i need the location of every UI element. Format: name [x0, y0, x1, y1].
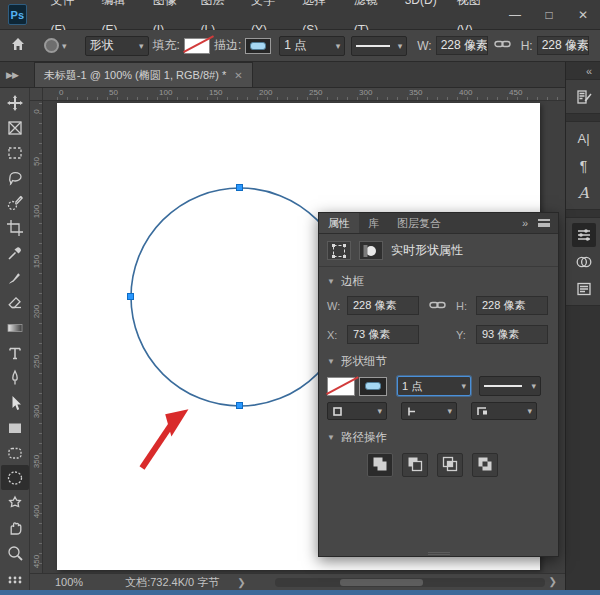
y-input[interactable]: 93 像素 — [476, 325, 548, 344]
tool-rectangle[interactable] — [1, 415, 29, 440]
ruler-origin-corner[interactable] — [30, 88, 43, 101]
stroke-width-select[interactable]: 1 点▾ — [397, 376, 471, 396]
shape-details-section-header[interactable]: ▼ 形状细节 — [319, 347, 558, 373]
fill-swatch-none[interactable] — [184, 38, 210, 54]
tool-eyedropper[interactable] — [1, 241, 29, 266]
anchor-top[interactable] — [236, 184, 243, 191]
tool-type[interactable] — [1, 341, 29, 366]
tool-mode-select[interactable]: 形状▾ — [85, 36, 149, 56]
hruler-label: 0 — [59, 88, 63, 97]
chevron-down-icon: ▾ — [377, 406, 382, 416]
tool-gradient[interactable] — [1, 316, 29, 341]
scrollbar-thumb[interactable] — [340, 579, 423, 586]
tab-layer-comps[interactable]: 图层复合 — [388, 213, 450, 233]
panel-brush-settings[interactable] — [566, 83, 600, 110]
zoom-level[interactable]: 100% — [55, 576, 83, 588]
minimize-button[interactable]: — — [498, 0, 532, 30]
anchor-bottom[interactable] — [236, 402, 243, 409]
stroke-corners-select[interactable]: ▾ — [471, 402, 537, 420]
fill-swatch-none[interactable] — [327, 377, 355, 396]
tool-hand[interactable] — [1, 515, 29, 540]
height-input[interactable]: 228 像素 — [537, 36, 589, 55]
panel-dock: « A|¶A — [565, 62, 600, 590]
panel-resize-notch[interactable] — [428, 552, 450, 555]
vruler-label: 450 — [32, 553, 41, 571]
w-input[interactable]: 228 像素 — [347, 296, 419, 315]
stroke-align-select[interactable]: ▾ — [327, 402, 387, 420]
chevron-down-icon: ▾ — [527, 406, 532, 416]
path-op-exclude[interactable] — [472, 453, 498, 477]
marquee-icon — [6, 144, 24, 162]
width-label: W: — [417, 39, 431, 53]
tool-zoom[interactable] — [1, 540, 29, 565]
path-operations-section-header[interactable]: ▼ 路径操作 — [319, 423, 558, 449]
stroke-type-select[interactable]: ▾ — [479, 376, 541, 396]
tool-frame[interactable] — [1, 116, 29, 141]
tab-properties[interactable]: 属性 — [319, 213, 359, 233]
tab-libraries[interactable]: 库 — [359, 213, 388, 233]
x-input[interactable]: 73 像素 — [347, 325, 419, 344]
status-menu-chevron-icon[interactable]: ❯ — [237, 577, 245, 588]
anchor-left[interactable] — [127, 293, 134, 300]
panel-overflow-icon[interactable]: » — [522, 217, 528, 229]
stroke-type-select[interactable]: ▾ — [351, 36, 407, 56]
tool-crop[interactable] — [1, 216, 29, 241]
home-icon[interactable] — [10, 36, 26, 55]
active-tool-preset[interactable]: ▾ — [40, 36, 71, 55]
tool-eraser[interactable] — [1, 291, 29, 316]
stroke-label: 描边: — [214, 37, 241, 54]
stroke-swatch[interactable] — [245, 38, 271, 54]
bounds-section-header[interactable]: ▼ 边框 — [319, 267, 558, 293]
h-input[interactable]: 228 像素 — [476, 296, 548, 315]
tool-move[interactable] — [1, 91, 29, 116]
path-op-combine[interactable] — [367, 453, 393, 477]
solid-line-icon — [484, 385, 522, 387]
crop-icon — [6, 219, 24, 237]
tool-pen[interactable] — [1, 365, 29, 390]
tool-rounded-rect[interactable] — [1, 440, 29, 465]
horizontal-ruler[interactable]: 050100150200250300350400450 — [43, 88, 565, 101]
expand-panels-icon[interactable]: « — [566, 62, 600, 79]
panel-layer-comps[interactable] — [566, 275, 600, 302]
tool-marquee[interactable] — [1, 141, 29, 166]
stroke-width-select[interactable]: 1 点▾ — [279, 36, 345, 56]
maximize-button[interactable]: □ — [532, 0, 566, 30]
hruler-label: 150 — [209, 88, 222, 97]
stroke-swatch[interactable] — [359, 377, 387, 396]
stroke-caps-select[interactable]: ▾ — [401, 402, 457, 420]
vruler-label: 150 — [32, 253, 41, 271]
scroll-right-arrow-icon[interactable]: ❯ — [549, 576, 557, 587]
link-dimensions-icon[interactable] — [494, 38, 511, 53]
live-shape-icon — [327, 241, 351, 260]
h-label: H: — [456, 300, 472, 312]
shape-details-row1: 1 点▾ ▾ — [319, 373, 558, 399]
chevron-down-icon: ▾ — [447, 406, 452, 416]
panel-tab-strip: 属性 库 图层复合 » — [319, 213, 558, 234]
panel-glyphs[interactable]: A — [566, 179, 600, 206]
hruler-label: 200 — [259, 88, 272, 97]
rounded-rect-icon — [6, 444, 24, 462]
horizontal-scrollbar[interactable] — [275, 578, 545, 587]
tool-lasso[interactable] — [1, 166, 29, 191]
document-tab[interactable]: 未标题-1 @ 100% (椭圆 1, RGB/8#) * ✕ — [34, 62, 253, 87]
panel-paragraph[interactable]: ¶ — [566, 152, 600, 179]
close-button[interactable]: ✕ — [566, 0, 600, 30]
vertical-ruler[interactable]: 050100150200250300350400450 — [30, 101, 43, 573]
tool-custom-shape[interactable] — [1, 490, 29, 515]
tool-brush[interactable] — [1, 266, 29, 291]
tool-ellipse[interactable] — [1, 465, 29, 490]
close-tab-icon[interactable]: ✕ — [234, 70, 242, 81]
tool-path-select[interactable] — [1, 390, 29, 415]
panel-character[interactable]: A| — [566, 125, 600, 152]
panel-menu-icon[interactable] — [538, 219, 550, 227]
link-wh-icon[interactable] — [429, 299, 446, 313]
path-op-subtract[interactable] — [402, 453, 428, 477]
path-op-intersect[interactable] — [437, 453, 463, 477]
panel-cc-libraries[interactable] — [566, 248, 600, 275]
edit-toolbar-button[interactable] — [0, 573, 30, 590]
tab-overflow-icon[interactable]: ▶▶ — [0, 70, 24, 87]
tool-quick-select[interactable] — [1, 191, 29, 216]
quick-select-icon — [6, 194, 24, 212]
panel-properties[interactable] — [566, 221, 600, 248]
width-input[interactable]: 228 像素 — [436, 36, 488, 55]
